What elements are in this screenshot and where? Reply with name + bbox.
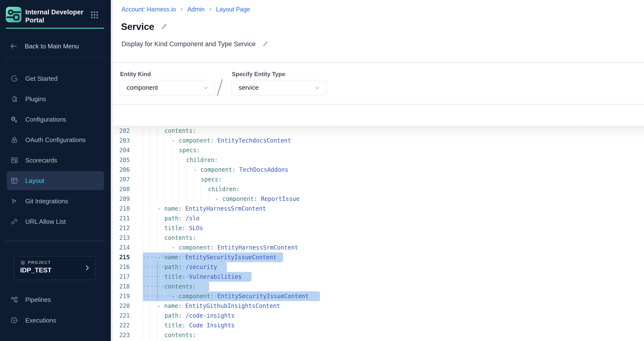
sidebar-footer-nav: PipelinesExecutions	[7, 292, 104, 333]
code-line-text: contents:	[136, 126, 196, 136]
menu-panel-outline	[6, 57, 104, 63]
page-subtitle: Display for Kind Component and Type Serv…	[122, 40, 256, 48]
line-number: 223	[119, 330, 130, 340]
back-to-main-menu[interactable]: Back to Main Menu	[9, 41, 79, 52]
code-line-206[interactable]: 206 - component: TechDocsAddons	[113, 165, 644, 175]
sidebar-item-oauth-configurations[interactable]: OAuth Configurations	[7, 132, 104, 148]
line-number: 202	[119, 126, 130, 136]
project-name: IDP_TEST	[20, 267, 52, 274]
entity-kind-select[interactable]: component	[119, 80, 215, 95]
code-line-222[interactable]: 222 title: Code Insights	[113, 320, 644, 330]
sidebar-item-label: Get Started	[25, 75, 58, 83]
line-number: 216	[119, 262, 130, 272]
code-line-224[interactable]: 224	[113, 340, 644, 341]
line-number: 206	[119, 165, 130, 175]
code-line-text: - component: ReportIssue	[136, 194, 300, 204]
line-number: 215	[119, 252, 130, 262]
line-number: 207	[119, 175, 130, 184]
project-selector-card[interactable]: PROJECT IDP_TEST	[14, 256, 95, 280]
code-line-211[interactable]: 211 path: /slo	[113, 214, 644, 223]
git-integrations-icon	[10, 197, 18, 205]
code-line-221[interactable]: 221 path: /code-insights	[113, 311, 644, 320]
code-line-220[interactable]: 220 - name: EntityGithubInsightsContent	[113, 301, 644, 311]
yaml-editor[interactable]: 202 contents:203 - component: EntityTech…	[113, 126, 644, 341]
code-line-218[interactable]: 218 ······contents:	[113, 282, 644, 291]
idp-logo-icon	[6, 7, 22, 22]
controls-divider	[113, 104, 644, 105]
code-line-208[interactable]: 208 children:	[113, 184, 644, 194]
code-line-text: - name: EntityHarnessSrmContent	[136, 204, 266, 214]
chevron-right-icon	[208, 8, 212, 11]
line-number: 224	[119, 340, 130, 341]
main-content: Account: Harness.ioAdminLayout Page Serv…	[111, 0, 644, 341]
code-line-text: - component: EntityHarnessSrmContent	[136, 243, 298, 252]
edit-title-pencil-icon[interactable]	[160, 23, 168, 31]
entity-type-select[interactable]: service	[231, 80, 326, 95]
content-scrollbar-track[interactable]	[111, 0, 113, 341]
sidebar-item-executions[interactable]: Executions	[7, 312, 104, 328]
sidebar-item-configurations[interactable]: Configurations	[7, 111, 104, 127]
code-line-text: title: Code Insights	[136, 320, 235, 330]
sidebar-divider	[6, 241, 104, 241]
scorecards-icon	[10, 156, 18, 164]
app-title: Internal Developer Portal	[25, 8, 88, 24]
code-line-text	[136, 340, 172, 341]
code-line-212[interactable]: 212 title: SLOs	[113, 223, 644, 233]
arrow-left-icon	[9, 43, 18, 50]
get-started-icon	[10, 74, 18, 83]
code-line-text: specs:	[136, 145, 200, 155]
code-line-text: ······contents:	[136, 282, 196, 291]
code-line-216[interactable]: 216 ······path:·/security	[113, 262, 644, 272]
code-line-203[interactable]: 203 - component: EntityTechdocsContent	[113, 136, 644, 145]
entity-type-value: service	[239, 84, 258, 92]
line-number: 222	[119, 320, 130, 330]
code-line-219[interactable]: 219 ········-·component:·EntitySecurityI…	[113, 291, 644, 301]
accent-divider	[6, 28, 104, 29]
sidebar-item-url-allow-list[interactable]: URL Allow List	[7, 214, 104, 230]
code-line-215[interactable]: 215 ····-·name:·EntitySecurityIssueConte…	[113, 252, 644, 262]
code-line-202[interactable]: 202 contents:	[113, 126, 644, 136]
code-line-223[interactable]: 223 contents:	[113, 330, 644, 340]
code-line-204[interactable]: 204 specs:	[113, 145, 644, 155]
code-line-text: ······path:·/security	[136, 262, 217, 272]
sidebar-item-pipelines[interactable]: Pipelines	[7, 292, 104, 308]
sidebar-item-plugins[interactable]: Plugins	[7, 91, 104, 107]
back-label: Back to Main Menu	[25, 43, 79, 50]
line-number: 213	[119, 233, 130, 243]
sidebar-item-git-integrations[interactable]: Git Integrations	[7, 193, 104, 209]
sidebar-item-get-started[interactable]: Get Started	[7, 71, 104, 87]
code-line-text: specs:	[136, 175, 222, 184]
line-number: 221	[119, 311, 130, 320]
line-number: 211	[119, 214, 130, 223]
line-number: 219	[119, 291, 130, 301]
sidebar: Internal Developer Portal Back to Main M…	[0, 0, 111, 341]
breadcrumb-link[interactable]: Account: Harness.io	[122, 6, 176, 13]
code-line-207[interactable]: 207 specs:	[113, 175, 644, 184]
sidebar-item-layout[interactable]: Layout	[7, 171, 104, 190]
breadcrumb-link[interactable]: Layout Page	[216, 6, 250, 13]
entity-kind-value: component	[126, 84, 158, 92]
sidebar-item-scorecards[interactable]: Scorecards	[7, 152, 104, 168]
breadcrumb: Account: Harness.ioAdminLayout Page	[122, 5, 250, 14]
kind-type-separator	[217, 79, 223, 96]
edit-subtitle-pencil-icon[interactable]	[262, 41, 268, 48]
sidebar-item-label: Scorecards	[25, 157, 57, 164]
line-number: 214	[119, 243, 130, 252]
code-line-text: ····-·name:·EntitySecurityIssueContent	[136, 252, 276, 262]
code-line-text: - component: EntityTechdocsContent	[136, 136, 291, 145]
code-line-205[interactable]: 205 children:	[113, 155, 644, 165]
code-line-213[interactable]: 213 contents:	[113, 233, 644, 243]
code-line-217[interactable]: 217 ······title:·Vulnerabilities	[113, 272, 644, 282]
code-line-214[interactable]: 214 - component: EntityHarnessSrmContent	[113, 243, 644, 252]
code-line-210[interactable]: 210 - name: EntityHarnessSrmContent	[113, 204, 644, 214]
code-line-text: contents:	[136, 330, 196, 340]
code-line-text: - name: EntityGithubInsightsContent	[136, 301, 280, 311]
idp-logo[interactable]	[6, 7, 22, 22]
breadcrumb-link[interactable]: Admin	[187, 6, 204, 13]
code-line-text: contents:	[136, 233, 196, 243]
code-line-text: ········-·component:·EntitySecurityIssue…	[136, 291, 309, 301]
code-line-text: children:	[136, 184, 240, 194]
code-line-209[interactable]: 209 - component: ReportIssue	[113, 194, 644, 204]
entity-kind-label: Entity Kind	[120, 71, 151, 78]
apps-grid-icon[interactable]	[90, 11, 99, 19]
